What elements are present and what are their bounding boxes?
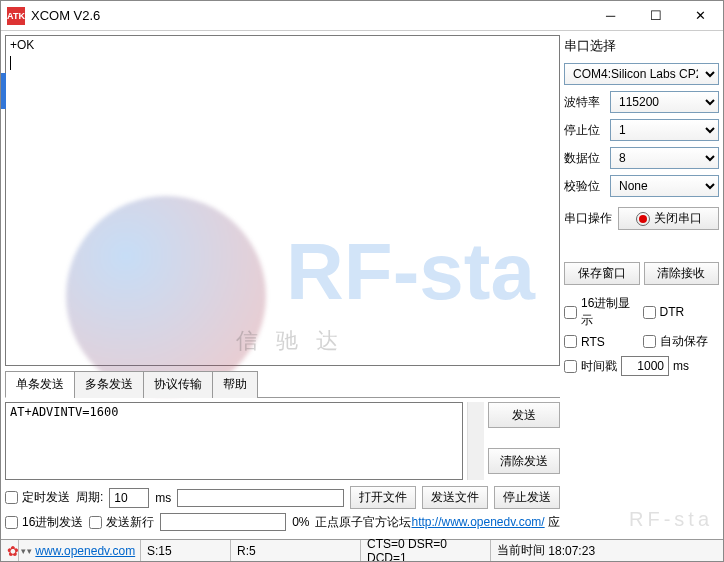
status-sent: S:15 [141,540,231,561]
parity-select[interactable]: None [610,175,719,197]
watermark-sub: 信驰达 [236,326,356,356]
port-toggle-button[interactable]: 关闭串口 [618,207,719,230]
site-link[interactable]: ▾ www.openedv.com [19,540,141,561]
autosave-checkbox[interactable]: 自动保存 [643,333,720,350]
serial-section-title: 串口选择 [564,37,719,55]
file-path-field[interactable] [177,489,344,507]
dtr-checkbox[interactable]: DTR [643,295,720,329]
rts-checkbox[interactable]: RTS [564,333,641,350]
baud-label: 波特率 [564,94,606,111]
stopbit-label: 停止位 [564,122,606,139]
timed-send-checkbox[interactable]: 定时发送 [5,489,70,506]
window-title: XCOM V2.6 [31,8,588,23]
progress-bar [160,513,286,531]
status-signals: CTS=0 DSR=0 DCD=1 [361,540,491,561]
status-recv: R:5 [231,540,361,561]
send-newline-checkbox[interactable]: 发送新行 [89,514,154,531]
tab-protocol[interactable]: 协议传输 [143,371,213,398]
databit-select[interactable]: 8 [610,147,719,169]
tab-help[interactable]: 帮助 [212,371,258,398]
tab-single-send[interactable]: 单条发送 [5,371,75,398]
stop-send-button[interactable]: 停止发送 [494,486,560,509]
send-input[interactable]: AT+ADVINTV=1600 [5,402,463,480]
open-file-button[interactable]: 打开文件 [350,486,416,509]
period-label: 周期: [76,489,103,506]
progress-text: 0% [292,515,309,529]
timestamp-unit: ms [673,359,689,373]
send-file-button[interactable]: 发送文件 [422,486,488,509]
minimize-button[interactable]: ─ [588,1,633,30]
maximize-button[interactable]: ☐ [633,1,678,30]
timestamp-interval-input[interactable] [621,356,669,376]
port-select[interactable]: COM4:Silicon Labs CP2 [564,63,719,85]
timestamp-checkbox[interactable]: 时间戳 [564,358,617,375]
settings-gear-icon[interactable]: ✿▾ [1,540,19,561]
databit-label: 数据位 [564,150,606,167]
close-button[interactable]: ✕ [678,1,723,30]
port-status-indicator [636,212,650,226]
clear-send-button[interactable]: 清除发送 [488,448,560,474]
titlebar: ATK XCOM V2.6 ─ ☐ ✕ [1,1,723,31]
port-op-label: 串口操作 [564,210,612,227]
parity-label: 校验位 [564,178,606,195]
left-edge [1,31,6,539]
hex-send-checkbox[interactable]: 16进制发送 [5,514,83,531]
app-icon: ATK [7,7,25,25]
watermark-text: RF-sta [286,226,535,318]
statusbar: ✿▾ ▾ www.openedv.com S:15 R:5 CTS=0 DSR=… [1,539,723,561]
status-time: 当前时间 18:07:23 [491,540,723,561]
tabs: 单条发送 多条发送 协议传输 帮助 [5,370,560,398]
forum-link[interactable]: 正点原子官方论坛http://www.openedv.com/ 应 [315,514,560,531]
watermark-logo [66,196,266,396]
tab-multi-send[interactable]: 多条发送 [74,371,144,398]
stopbit-select[interactable]: 1 [610,119,719,141]
period-unit: ms [155,491,171,505]
text-cursor [10,56,11,70]
input-scrollbar[interactable] [467,402,484,480]
send-button[interactable]: 发送 [488,402,560,428]
clear-rx-button[interactable]: 清除接收 [644,262,720,285]
output-text: +OK [10,38,555,52]
output-area[interactable]: +OK RF-sta 信驰达 [5,35,560,366]
baud-select[interactable]: 115200 [610,91,719,113]
period-input[interactable] [109,488,149,508]
save-window-button[interactable]: 保存窗口 [564,262,640,285]
hex-display-checkbox[interactable]: 16进制显示 [564,295,641,329]
